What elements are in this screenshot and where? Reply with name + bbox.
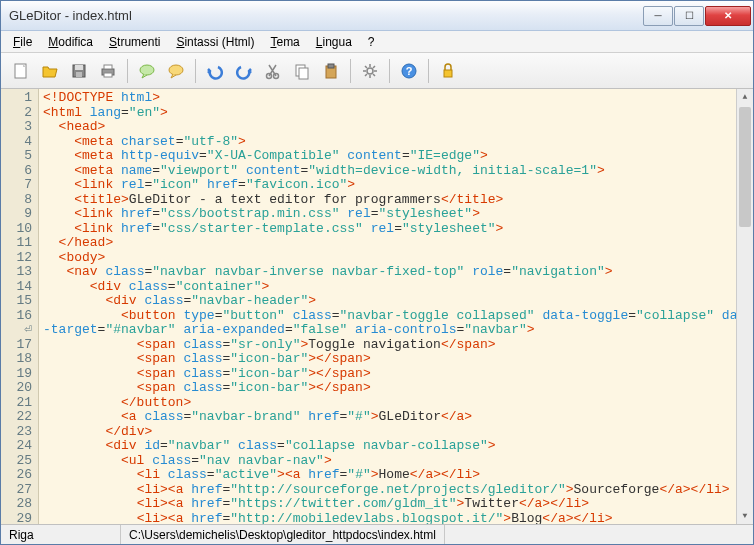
svg-point-15 bbox=[367, 68, 373, 74]
toolbar-separator bbox=[428, 59, 429, 83]
maximize-button[interactable]: ☐ bbox=[674, 6, 704, 26]
close-button[interactable]: ✕ bbox=[705, 6, 751, 26]
cut-button[interactable] bbox=[259, 57, 287, 85]
svg-rect-0 bbox=[15, 64, 26, 78]
settings-button[interactable] bbox=[356, 57, 384, 85]
menu-strumenti[interactable]: Strumenti bbox=[103, 33, 166, 51]
copy-button[interactable] bbox=[288, 57, 316, 85]
svg-point-7 bbox=[140, 65, 154, 75]
statusbar: Riga C:\Users\demichelis\Desktop\gledito… bbox=[1, 524, 753, 545]
svg-rect-4 bbox=[102, 69, 114, 75]
scroll-thumb[interactable] bbox=[739, 107, 751, 227]
help-button[interactable]: ? bbox=[395, 57, 423, 85]
svg-text:?: ? bbox=[406, 65, 413, 77]
svg-rect-6 bbox=[104, 73, 112, 77]
uncomment-button[interactable] bbox=[162, 57, 190, 85]
svg-rect-5 bbox=[104, 65, 112, 69]
svg-rect-18 bbox=[444, 70, 452, 77]
window-title: GLeDitor - index.html bbox=[9, 8, 642, 23]
minimize-button[interactable]: ─ bbox=[643, 6, 673, 26]
undo-button[interactable] bbox=[201, 57, 229, 85]
menu-file[interactable]: File bbox=[7, 33, 38, 51]
svg-rect-12 bbox=[299, 68, 308, 79]
scroll-down-arrow[interactable]: ▼ bbox=[737, 508, 753, 524]
menu-sintassi[interactable]: Sintassi (Html) bbox=[170, 33, 260, 51]
svg-point-8 bbox=[169, 65, 183, 75]
save-button[interactable] bbox=[65, 57, 93, 85]
svg-rect-1 bbox=[73, 65, 85, 77]
svg-point-16 bbox=[402, 64, 416, 78]
toolbar-separator bbox=[195, 59, 196, 83]
toolbar-separator bbox=[350, 59, 351, 83]
new-file-button[interactable] bbox=[7, 57, 35, 85]
toolbar: ? bbox=[1, 53, 753, 89]
menubar: File Modifica Strumenti Sintassi (Html) … bbox=[1, 31, 753, 53]
menu-help[interactable]: ? bbox=[362, 33, 381, 51]
menu-modifica[interactable]: Modifica bbox=[42, 33, 99, 51]
code-area[interactable]: <!DOCTYPE html><html lang="en"> <head> <… bbox=[39, 89, 736, 524]
comment-button[interactable] bbox=[133, 57, 161, 85]
menu-lingua[interactable]: Lingua bbox=[310, 33, 358, 51]
menu-tema[interactable]: Tema bbox=[264, 33, 305, 51]
line-gutter: 1 2 3 4 5 6 7 8 9 10 11 12 13 14 15 16 ⏎… bbox=[1, 89, 39, 524]
scroll-up-arrow[interactable]: ▲ bbox=[737, 89, 753, 105]
svg-point-9 bbox=[267, 73, 272, 78]
vertical-scrollbar[interactable]: ▲ ▼ bbox=[736, 89, 753, 524]
window-controls: ─ ☐ ✕ bbox=[642, 6, 751, 26]
editor[interactable]: 1 2 3 4 5 6 7 8 9 10 11 12 13 14 15 16 ⏎… bbox=[1, 89, 753, 524]
svg-rect-3 bbox=[76, 72, 82, 77]
toolbar-separator bbox=[389, 59, 390, 83]
toolbar-separator bbox=[127, 59, 128, 83]
svg-rect-14 bbox=[328, 64, 334, 68]
open-file-button[interactable] bbox=[36, 57, 64, 85]
status-riga: Riga bbox=[1, 525, 121, 545]
svg-rect-13 bbox=[326, 66, 336, 78]
svg-rect-2 bbox=[75, 65, 83, 70]
titlebar: GLeDitor - index.html ─ ☐ ✕ bbox=[1, 1, 753, 31]
paste-button[interactable] bbox=[317, 57, 345, 85]
svg-rect-11 bbox=[296, 65, 305, 76]
status-path: C:\Users\demichelis\Desktop\gleditor_htt… bbox=[121, 525, 445, 545]
svg-point-10 bbox=[274, 73, 279, 78]
print-button[interactable] bbox=[94, 57, 122, 85]
lock-button[interactable] bbox=[434, 57, 462, 85]
redo-button[interactable] bbox=[230, 57, 258, 85]
